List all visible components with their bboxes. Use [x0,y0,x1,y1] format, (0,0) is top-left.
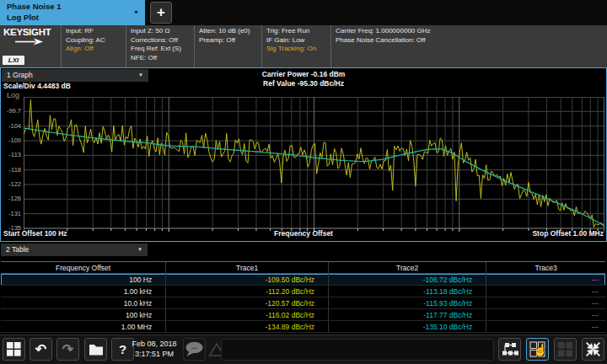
table-cell-t1[interactable]: -112.20 dBc/Hz [166,286,329,297]
table-selector-dropdown[interactable]: 2 Table ▼ [1,244,148,256]
table-cell-t1[interactable]: -120.57 dBc/Hz [166,297,329,309]
graph-selector-dropdown[interactable]: 1 Graph ▼ [2,69,148,82]
x-axis-title: Frequency Offset [1,229,606,238]
table-cell-t2[interactable]: -106.72 dBc/Hz [329,274,486,286]
table-cell-t3[interactable]: --- [486,297,605,309]
node-diagram-icon [502,342,518,356]
graph-selector-label: 1 Graph [7,71,33,79]
measurement-tab[interactable]: Phase Noise 1 Log Plot ▼ [0,0,145,25]
window-select-button[interactable]: ☝ [526,338,549,361]
keysight-arrow-icon [15,38,44,46]
table-cell-t1[interactable]: -109.50 dBc/Hz [166,274,329,286]
table-column-header[interactable]: Trace1 [166,262,329,274]
help-icon: ? [119,343,126,356]
table-cell-t2[interactable]: -115.93 dBc/Hz [329,297,486,309]
table-row[interactable]: 1.00 MHz-134.89 dBc/Hz-135.10 dBc/Hz--- [1,321,605,333]
header-field: Coupling: AC [66,36,126,46]
table-cell-freq[interactable]: 100 kHz [1,309,166,321]
resize-window-button[interactable] [582,338,604,361]
table-cell-freq[interactable]: 100 Hz [1,274,166,286]
table-cell-t3[interactable]: --- [486,309,605,321]
table-column-header[interactable]: Trace2 [329,262,486,274]
table-cell-t3[interactable]: --- [486,286,605,297]
undo-button[interactable]: ↶ [30,338,52,361]
header-field: Align: Off [66,45,126,54]
sequence-view-button[interactable] [498,338,521,361]
header-field: Corrections: Off [131,36,194,46]
add-tab-button[interactable]: + [150,2,172,24]
header-field: IF Gain: Low [266,36,330,46]
table-row[interactable]: 100 kHz-116.02 dBc/Hz-117.77 dBc/Hz--- [1,309,605,321]
message-bubble-button[interactable]: ... [183,338,206,361]
scale-per-div-readout: Scale/Div 4.4483 dB [3,82,71,90]
instrument-header: KEYSIGHT LXI Input: RFCoupling: ACAlign:… [0,25,607,67]
x-axis-row: Start Offset 100 Hz Frequency Offset Sto… [1,229,606,238]
y-axis-tick-label: -118 [1,166,21,174]
windows-logo-icon [7,342,21,356]
tab-bar: Phase Noise 1 Log Plot ▼ + [0,0,607,25]
tab-title: Phase Noise 1 [7,2,138,13]
tab-subtitle: Log Plot [7,13,138,24]
header-field: Input: RF [66,27,126,36]
resize-arrows-icon [584,340,602,358]
table-cell-t1[interactable]: -134.89 dBc/Hz [166,321,329,333]
taskbar: ↶ ↷ ? Feb 08, 2018 3:17:51 PM ... [0,335,607,364]
table-row[interactable]: 1.00 kHz-112.20 dBc/Hz-113.18 dBc/Hz--- [1,286,605,297]
header-field: Preamp: Off [199,36,261,46]
header-field: Input Z: 50 Ω [131,27,194,36]
header-info-column: Atten: 10 dB (e0)Preamp: Off [194,25,261,67]
lxi-badge: LXI [3,56,24,65]
y-axis-tick-label: -122 [1,180,21,188]
clock-time: 3:17:51 PM [128,350,180,360]
header-field: Trig: Free Run [266,27,330,36]
undo-icon: ↶ [35,343,46,356]
table-cell-freq[interactable]: 10.0 kHz [1,297,166,309]
header-info-column: Input Z: 50 ΩCorrections: OffFreq Ref: E… [126,25,194,67]
hand-pointer-icon: ☝ [533,343,547,356]
table-column-header[interactable]: Trace3 [486,262,605,274]
table-cell-freq[interactable]: 1.00 kHz [1,286,166,297]
status-message-area [221,339,494,361]
chevron-down-icon: ▼ [137,244,142,256]
clock[interactable]: Feb 08, 2018 3:17:51 PM [128,340,180,359]
header-field: Carrier Freq: 1.000000000 GHz [336,27,607,36]
svg-text:...: ... [191,342,197,351]
table-cell-t2[interactable]: -113.18 dBc/Hz [329,286,486,297]
phase-noise-app: Phase Noise 1 Log Plot ▼ + KEYSIGHT LXI … [0,0,607,364]
marker-table: Frequency OffsetTrace1Trace2Trace3 100 H… [1,261,605,333]
redo-button[interactable]: ↷ [56,338,79,361]
y-axis-tick-label: -104 [1,122,21,130]
folder-icon [89,343,104,356]
phase-noise-plot[interactable] [24,97,604,232]
header-field: Sig Tracking: On [266,45,330,54]
chevron-down-icon: ▼ [133,9,139,15]
table-window[interactable]: 2 Table ▼ Frequency OffsetTrace1Trace2Tr… [0,242,607,335]
y-axis-type-label: Log [7,91,19,99]
header-info-column: Carrier Freq: 1.000000000 GHzPhase Noise… [330,25,607,67]
table-column-header[interactable]: Frequency Offset [1,262,166,274]
table-cell-t1[interactable]: -116.02 dBc/Hz [166,309,329,321]
windows-start-button[interactable] [3,338,25,361]
table-cell-t3[interactable]: --- [486,321,605,333]
brand-block: KEYSIGHT LXI [0,25,61,67]
table-row[interactable]: 100 Hz-109.50 dBc/Hz-106.72 dBc/Hz--- [1,274,605,286]
table-cell-freq[interactable]: 1.00 MHz [1,321,166,333]
table-cell-t2[interactable]: -135.10 dBc/Hz [329,321,486,333]
y-axis-tick-label: -109 [1,136,21,144]
keysight-logo: KEYSIGHT [3,27,61,37]
file-button[interactable] [84,338,107,361]
table-header-row: Frequency OffsetTrace1Trace2Trace3 [1,262,605,274]
header-field: NFE: Off [131,54,194,63]
table-selector-label: 2 Table [6,245,29,254]
header-info-column: Input: RFCoupling: ACAlign: Off [61,25,126,67]
header-field: Atten: 10 dB (e0) [199,27,261,36]
speech-bubble-icon: ... [184,340,205,359]
table-row[interactable]: 10.0 kHz-120.57 dBc/Hz-115.93 dBc/Hz--- [1,297,605,309]
graph-window[interactable]: 1 Graph ▼ Carrier Power -0.16 dBm Ref Va… [0,67,607,242]
layout-grid-button[interactable] [554,338,577,361]
table-cell-t2[interactable]: -117.77 dBc/Hz [329,309,486,321]
y-axis-tick-label: -113 [1,151,21,158]
chevron-down-icon: ▼ [138,69,143,82]
redo-icon: ↷ [62,343,73,356]
table-cell-t3[interactable]: --- [486,274,605,286]
